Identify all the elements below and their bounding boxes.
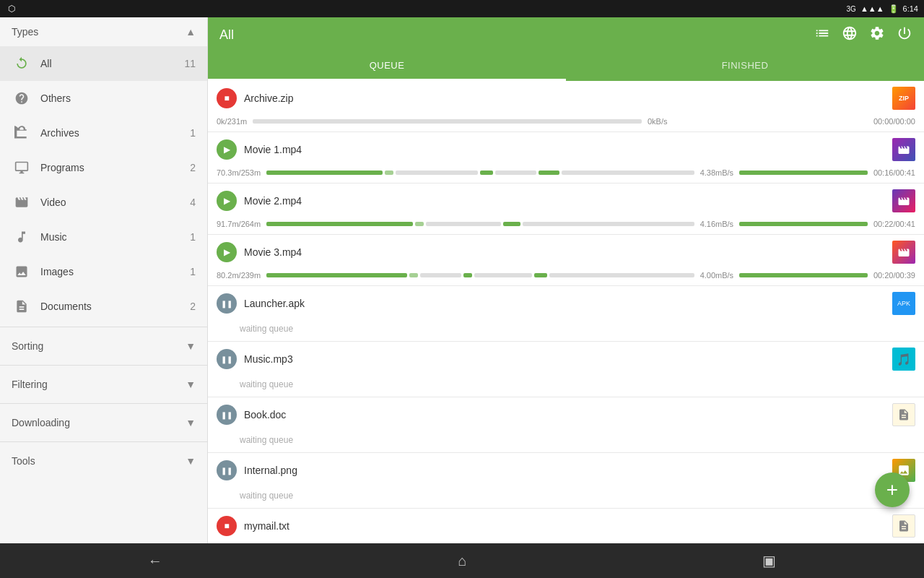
- globe-icon[interactable]: [842, 25, 858, 45]
- power-icon[interactable]: [897, 25, 912, 45]
- pause-button-internal[interactable]: ❚❚: [217, 460, 237, 480]
- image-icon: [12, 262, 32, 282]
- download-item-internal: ❚❚ Internal.png waiting queue: [208, 453, 924, 509]
- all-label: All: [40, 58, 184, 69]
- tools-title: Tools: [12, 455, 35, 467]
- mymail-thumb: [892, 514, 915, 538]
- stop-button-archive[interactable]: ■: [217, 88, 237, 108]
- sidebar-item-archives[interactable]: Archives 1: [0, 116, 207, 150]
- play-button-movie3[interactable]: ▶: [217, 242, 237, 262]
- help-icon: [12, 88, 32, 108]
- download-list: ■ Archive.zip ZIP 0k/231m 0kB/s 00:00/00…: [208, 81, 924, 543]
- download-item-mymail: ■ mymail.txt 0k 0kB/s 0: [208, 509, 924, 543]
- movie3-bar2: [739, 273, 868, 277]
- movie3-progress: 80.2m/239m 4.00mB/s 00:20/00:39: [208, 269, 924, 285]
- archive-zip-name: Archive.zip: [244, 92, 885, 104]
- p-empty3: [549, 273, 694, 277]
- sidebar-item-documents[interactable]: Documents 2: [0, 289, 207, 324]
- download-item-book: ❚❚ Book.doc waiting queue: [208, 397, 924, 453]
- downloading-chevron: ▼: [186, 417, 196, 428]
- sidebar-item-others[interactable]: Others: [0, 81, 207, 116]
- pause-button-book[interactable]: ❚❚: [217, 405, 237, 425]
- programs-count: 2: [190, 162, 196, 173]
- download-item-header: ■ Archive.zip ZIP: [208, 81, 924, 116]
- music-label: Music: [40, 231, 190, 243]
- download-item-movie3: ▶ Movie 3.mp4 80.2m/239m: [208, 235, 924, 286]
- progress-filled: [266, 222, 413, 226]
- sidebar-item-images[interactable]: Images 1: [0, 254, 207, 289]
- status-bar-right: 3G ▲▲▲ 🔋 6:14: [847, 4, 918, 14]
- movie2-bar2: [739, 222, 868, 226]
- download-item-header: ❚❚ Internal.png: [208, 453, 924, 488]
- sidebar-item-programs[interactable]: Programs 2: [0, 150, 207, 185]
- pause-icon: ❚❚: [221, 411, 232, 419]
- play-button-movie1[interactable]: ▶: [217, 139, 237, 160]
- images-count: 1: [190, 266, 196, 277]
- list-icon[interactable]: [814, 25, 830, 45]
- progress-empty2: [495, 171, 536, 175]
- tab-queue[interactable]: QUEUE: [208, 52, 566, 81]
- movie2-thumb: [892, 189, 915, 212]
- back-button[interactable]: ←: [131, 547, 180, 575]
- progress-filled: [266, 171, 383, 175]
- download-item-header: ❚❚ Book.doc: [208, 397, 924, 432]
- movie1-name: Movie 1.mp4: [244, 144, 885, 155]
- settings-icon[interactable]: [869, 25, 885, 45]
- filtering-title: Filtering: [12, 379, 48, 390]
- music-waiting: waiting queue: [208, 376, 924, 397]
- play-button-movie2[interactable]: ▶: [217, 191, 237, 211]
- p-empty: [426, 222, 501, 226]
- stop-icon: ■: [224, 93, 229, 103]
- types-section-header[interactable]: Types ▲: [0, 17, 207, 46]
- book-doc-name: Book.doc: [244, 409, 885, 420]
- p-chunk3: [534, 273, 546, 277]
- pause-button-music[interactable]: ❚❚: [217, 349, 237, 369]
- download-item-archive-zip: ■ Archive.zip ZIP 0k/231m 0kB/s 00:00/00…: [208, 81, 924, 132]
- video-label: Video: [40, 197, 190, 208]
- stop-button-mymail[interactable]: ■: [217, 516, 237, 536]
- download-item-header: ▶ Movie 3.mp4: [208, 235, 924, 269]
- stop-icon: ■: [224, 521, 229, 531]
- clock: 6:14: [903, 4, 918, 13]
- archive-zip-size: 0k/231m: [217, 117, 247, 126]
- p-empty2: [523, 222, 694, 226]
- sorting-header[interactable]: Sorting ▼: [0, 330, 207, 362]
- tab-finished[interactable]: FINISHED: [566, 52, 924, 81]
- sidebar-item-video[interactable]: Video 4: [0, 185, 207, 220]
- movie1-size: 70.3m/253m: [217, 168, 261, 177]
- sidebar-divider-4: [0, 441, 207, 442]
- launcher-name: Launcher.apk: [244, 298, 885, 309]
- programs-label: Programs: [40, 162, 190, 173]
- movie2-progress: 91.7m/264m 4.16mB/s 00:22/00:41: [208, 218, 924, 234]
- images-label: Images: [40, 266, 190, 277]
- pause-button-launcher[interactable]: ❚❚: [217, 293, 237, 314]
- status-bar-left: ⬡: [6, 3, 17, 14]
- fab-add-button[interactable]: +: [875, 473, 910, 507]
- sidebar-item-all[interactable]: All 11: [0, 46, 207, 81]
- downloading-header[interactable]: Downloading ▼: [0, 407, 207, 439]
- download-item-header: ❚❚ Launcher.apk APK: [208, 286, 924, 321]
- p-chunk2: [503, 222, 520, 226]
- bottom-nav: ← ⌂ ▣: [0, 543, 924, 578]
- launcher-thumb: APK: [892, 292, 915, 315]
- tools-header[interactable]: Tools ▼: [0, 445, 207, 477]
- documents-label: Documents: [40, 301, 190, 312]
- p-chunk: [415, 222, 424, 226]
- page-title: All: [219, 27, 234, 43]
- video-icon: [12, 192, 32, 212]
- archive-zip-progress: 0k/231m 0kB/s 00:00/00:00: [208, 116, 924, 131]
- sidebar-item-music[interactable]: Music 1: [0, 220, 207, 254]
- home-button[interactable]: ⌂: [440, 547, 484, 575]
- pause-icon: ❚❚: [221, 300, 232, 308]
- play-icon: ▶: [224, 196, 230, 206]
- movie1-speed: 4.38mB/s: [700, 168, 733, 177]
- movie3-time: 00:20/00:39: [873, 271, 915, 280]
- music-thumb: 🎵: [892, 348, 915, 371]
- progress-empty3: [562, 171, 694, 175]
- sorting-title: Sorting: [12, 340, 43, 352]
- tabs-bar: QUEUE FINISHED: [208, 52, 924, 81]
- filtering-header[interactable]: Filtering ▼: [0, 368, 207, 400]
- recents-button[interactable]: ▣: [745, 546, 793, 575]
- movie2-size: 91.7m/264m: [217, 220, 261, 228]
- downloading-title: Downloading: [12, 417, 70, 428]
